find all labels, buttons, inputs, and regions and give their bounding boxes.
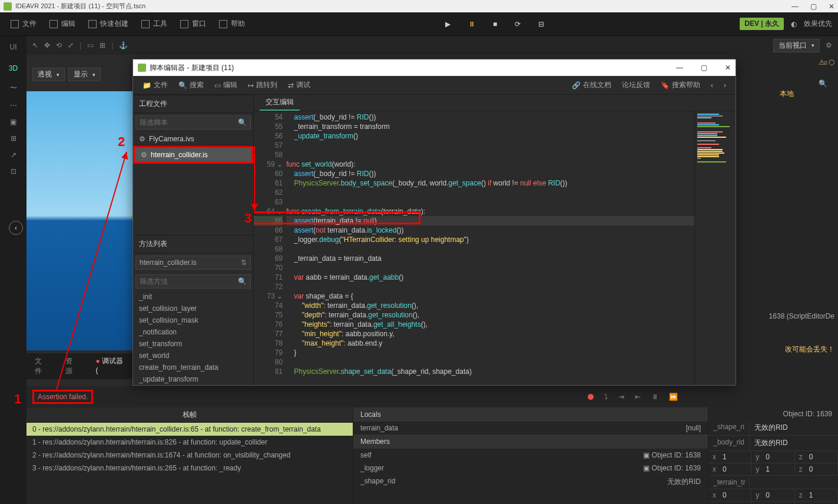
continue-icon[interactable]: ⏩: [669, 393, 678, 401]
sidebar-ui[interactable]: UI: [5, 41, 22, 54]
var-self[interactable]: self▣ Object ID: 1638: [353, 449, 708, 462]
reload-button[interactable]: ⟳: [515, 20, 521, 28]
viewport-prev-button[interactable]: ‹: [9, 221, 23, 235]
display-dropdown[interactable]: 显示: [68, 68, 101, 81]
script-forum[interactable]: 论坛反馈: [618, 78, 654, 92]
var-terrain-data[interactable]: terrain_data[null]: [353, 422, 708, 435]
maximize-icon[interactable]: ▢: [810, 2, 817, 11]
script-titlebar[interactable]: 脚本编辑器 - 新建项目 (11) — ▢ ✕: [133, 59, 736, 76]
snap-tool[interactable]: ⊞: [100, 41, 105, 49]
menu-help[interactable]: 帮助: [214, 16, 250, 31]
filter-script-input[interactable]: 🔍: [135, 115, 251, 130]
method-set-collision-layer[interactable]: set_collision_layer: [133, 303, 253, 314]
stack-frame-0[interactable]: 0 - res://addons/zylann.hterrain/hterrai…: [27, 423, 353, 436]
step-out-icon[interactable]: ⇤: [635, 393, 641, 401]
script-close-icon[interactable]: ✕: [725, 64, 731, 72]
app-logo-icon: [4, 2, 12, 11]
file-flycamera[interactable]: ⚙FlyCamera.ivs: [133, 132, 253, 146]
screen-icon[interactable]: ⊞: [11, 134, 16, 142]
variables-panel: Locals terrain_data[null] Members self▣ …: [353, 407, 708, 504]
dots-icon[interactable]: ⋯: [10, 101, 17, 110]
editor-tab-interactive[interactable]: 交互编辑: [260, 95, 300, 111]
nav-fwd-icon[interactable]: ›: [720, 81, 730, 89]
transform-row-0[interactable]: x1y0z0: [708, 451, 838, 463]
script-menu-edit[interactable]: ▭ 编辑: [211, 78, 241, 92]
search-panel-icon[interactable]: 🔍: [819, 79, 827, 88]
method-update-transform[interactable]: _update_transform: [133, 373, 253, 385]
file-hterrain-collider[interactable]: ⚙hterrain_collider.is: [133, 146, 253, 164]
method-set-collision-mask[interactable]: set_collision_mask: [133, 314, 253, 326]
method-set-transform[interactable]: set_transform: [133, 338, 253, 350]
method-set-world[interactable]: set_world: [133, 350, 253, 362]
menu-file[interactable]: 文件: [6, 16, 41, 31]
box-icon[interactable]: ▣: [10, 118, 16, 126]
warn2-icon[interactable]: ⬡: [829, 58, 834, 67]
script-online-docs[interactable]: 🔗 在线文档: [568, 78, 615, 92]
stack-frame-2[interactable]: 2 - res://addons/zylann.hterrain/hterrai…: [27, 449, 353, 462]
theme-icon[interactable]: ◐: [791, 20, 797, 28]
code-editor[interactable]: 545556575859 ⌄6061626364 ⌄65666768697071…: [254, 111, 736, 385]
menu-quickcreate[interactable]: 快速创建: [84, 16, 133, 31]
transform-row-2[interactable]: x0y0z1: [708, 489, 838, 502]
transform-row-3[interactable]: x0y0z0: [708, 502, 838, 504]
cursor-tool[interactable]: ↖: [32, 41, 38, 49]
tab-debugger[interactable]: ● 调试器 (: [88, 353, 135, 379]
menu-edit[interactable]: 编辑: [45, 16, 80, 31]
pause-button[interactable]: ⏸: [468, 20, 475, 28]
tab-files[interactable]: 文件: [27, 353, 57, 379]
locals-header: Locals: [353, 407, 708, 422]
object-icon: ▣: [643, 464, 650, 472]
main-menubar: 文件 编辑 快速创建 工具 窗口 帮助 ▶ ⏸ ■ ⟳ ⊟ DEV | 永久 ◐…: [0, 12, 838, 36]
menu-tools[interactable]: 工具: [137, 16, 172, 31]
method-init[interactable]: _init: [133, 291, 253, 303]
method-create-from-terrain-data[interactable]: create_from_terrain_data: [133, 362, 253, 373]
perspective-dropdown[interactable]: 透视: [32, 68, 65, 81]
minimize-icon[interactable]: —: [791, 2, 799, 11]
gear-icon[interactable]: ⚙: [826, 41, 832, 49]
viewport-3d[interactable]: ‹ ›: [27, 91, 133, 350]
filter-method-input[interactable]: 🔍: [135, 274, 251, 289]
var-shape-rid[interactable]: _shape_rid无效的RID: [353, 475, 708, 489]
transform-row-1[interactable]: x0y1z0: [708, 463, 838, 476]
stack-trace-panel: 栈帧 0 - res://addons/zylann.hterrain/hter…: [27, 407, 353, 504]
pause-icon[interactable]: ⏸: [651, 393, 658, 401]
window-icon: [180, 20, 188, 28]
rotate-tool[interactable]: ⟲: [56, 41, 62, 49]
sort-icon[interactable]: ⇅: [237, 258, 250, 267]
perf-dropdown[interactable]: 效果优先: [804, 19, 832, 29]
move-tool[interactable]: ✥: [44, 41, 50, 49]
toolbox-icon: [141, 20, 150, 28]
play-button[interactable]: ▶: [445, 20, 451, 28]
script-maximize-icon[interactable]: ▢: [701, 64, 707, 72]
method-notification[interactable]: _notification: [133, 326, 253, 338]
nav-back-icon[interactable]: ‹: [707, 81, 717, 89]
step-into-icon[interactable]: ⇥: [618, 393, 624, 401]
more-icon[interactable]: ≡: [823, 59, 827, 67]
script-menu-search[interactable]: 🔍 搜索: [175, 78, 207, 92]
script-minimize-icon[interactable]: —: [676, 64, 683, 72]
current-viewport-dropdown[interactable]: 当前视口: [773, 39, 820, 52]
stop-button[interactable]: ■: [493, 20, 497, 28]
script-menu-debug[interactable]: ⇄ 调试: [284, 78, 314, 92]
script-search-help[interactable]: 🔖 搜索帮助: [657, 78, 704, 92]
step-over-icon[interactable]: ⤵: [604, 393, 608, 401]
stack-frame-1[interactable]: 1 - res://addons/zylann.hterrain/hterrai…: [27, 436, 353, 449]
anchor-tool[interactable]: ⚓: [119, 41, 128, 49]
search-icon: 🔍: [234, 277, 250, 286]
close-icon[interactable]: ✕: [829, 2, 834, 11]
script-menu-goto[interactable]: ↦ 跳转到: [244, 78, 281, 92]
record-icon[interactable]: [588, 394, 594, 400]
menu-window[interactable]: 窗口: [175, 16, 211, 31]
tab-resources[interactable]: 资源: [57, 353, 88, 379]
scale-tool[interactable]: ⤢: [68, 41, 74, 49]
stack-frame-3[interactable]: 3 - res://addons/zylann.hterrain/hterrai…: [27, 462, 353, 475]
rect-tool[interactable]: ▭: [87, 41, 94, 49]
curve-icon[interactable]: 〜: [10, 83, 17, 93]
script-menu-file[interactable]: 📁 文件: [139, 78, 171, 92]
misc-icon[interactable]: ⊡: [11, 167, 16, 175]
remote-button[interactable]: ⊟: [538, 20, 544, 28]
export-icon[interactable]: ↗: [11, 151, 16, 159]
minimap[interactable]: [694, 111, 736, 385]
var-logger[interactable]: _logger▣ Object ID: 1639: [353, 462, 708, 475]
sidebar-3d[interactable]: 3D: [4, 62, 22, 75]
